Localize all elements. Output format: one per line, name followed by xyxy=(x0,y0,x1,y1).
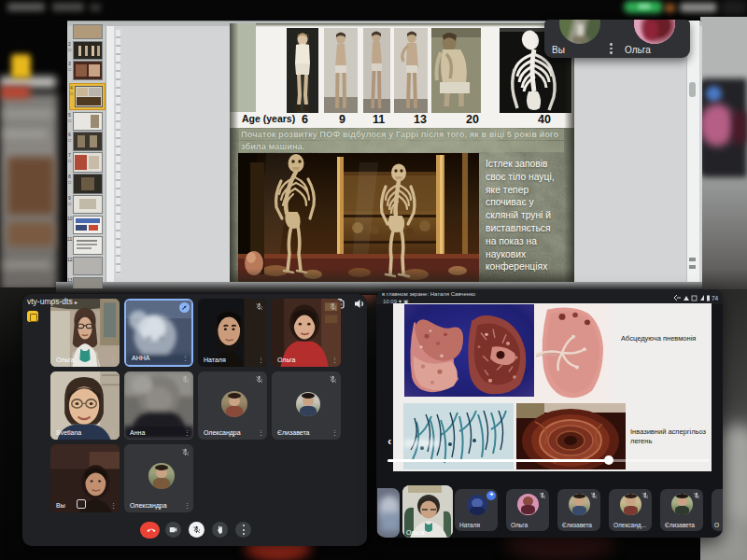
svg-text:74: 74 xyxy=(712,295,719,301)
